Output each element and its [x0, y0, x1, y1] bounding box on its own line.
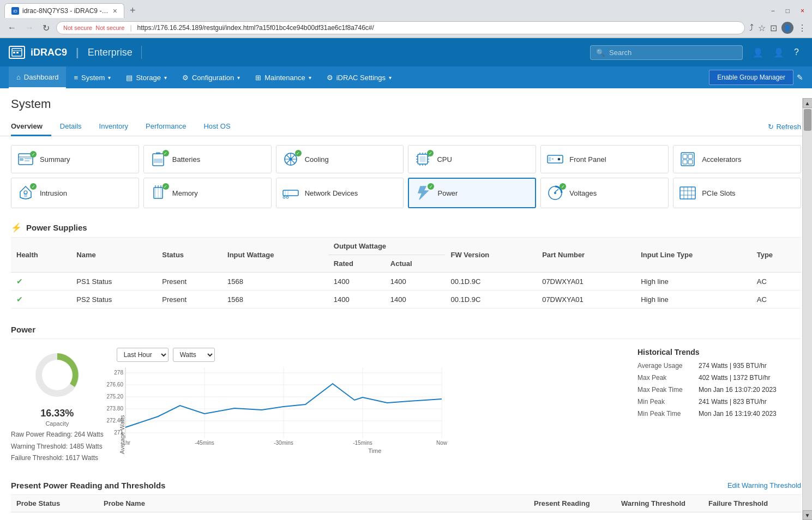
user-sessions-icon[interactable]: 👤 [748, 44, 768, 61]
svg-rect-11 [154, 159, 163, 163]
power-info: Raw Power Reading: 264 Watts Warning Thr… [11, 429, 104, 464]
svg-rect-2 [13, 52, 15, 53]
power-supplies-header: ⚡ Power Supplies [11, 217, 801, 238]
ps2-fw-version: 00.1D.9C [445, 291, 537, 309]
svg-point-50 [286, 196, 288, 198]
right-scrollbar[interactable]: ▲ ▼ [802, 98, 812, 520]
inv-card-accelerators[interactable]: Accelerators [673, 145, 801, 173]
edit-warning-threshold-link[interactable]: Edit Warning Threshold [727, 481, 801, 489]
col-actual: Actual [385, 255, 446, 273]
svg-point-63 [42, 360, 73, 390]
refresh-label: Refresh [776, 123, 801, 131]
scroll-thumb[interactable] [804, 109, 811, 131]
col-input-line-type: Input Line Type [635, 238, 751, 273]
tab-inventory[interactable]: Inventory [91, 118, 137, 136]
trend-row-min-peak-time: Min Peak Time Mon Jan 16 13:19:40 2023 [637, 410, 801, 418]
nav-configuration[interactable]: ⚙ Configuration ▾ [175, 66, 248, 88]
system-icon: ≡ [74, 74, 78, 82]
app-subtitle: Enterprise [88, 47, 133, 58]
inv-card-cooling[interactable]: ✓ Cooling [276, 145, 404, 173]
idrac-settings-caret-icon: ▾ [389, 75, 392, 81]
nav-dashboard-label: Dashboard [24, 73, 59, 81]
memory-check-icon: ✓ [163, 183, 169, 190]
profile-icon[interactable]: 👤 [781, 22, 793, 34]
pencil-icon[interactable]: ✎ [797, 73, 803, 82]
url-bar[interactable]: Not secure Not secure | https://176.16.2… [56, 21, 745, 34]
inv-card-cpu[interactable]: ✓ CPU [408, 145, 536, 173]
search-input[interactable] [609, 49, 737, 57]
ps1-health-icon: ✔ [16, 277, 23, 286]
inv-card-batteries[interactable]: ✓ Batteries [143, 145, 272, 173]
trend-row-max-peak-time: Max Peak Time Mon Jan 16 13:07:20 2023 [637, 386, 801, 394]
inv-card-voltages[interactable]: ✓ Voltages [540, 178, 669, 208]
header-search[interactable]: 🔍 [590, 45, 743, 60]
split-view-icon[interactable]: ⊡ [770, 23, 777, 33]
forward-button[interactable]: → [23, 22, 36, 34]
url-text: https://176.16.254.189/restgui/index.htm… [137, 24, 738, 32]
back-button[interactable]: ← [5, 22, 19, 34]
inventory-section: ✓ Summary ✓ Batteries ✓ Cooling [0, 136, 812, 217]
browser-tab[interactable]: iD idrac-8NQ7YS3 - iDRAC9 - Syste × [4, 3, 124, 18]
page-header: System [0, 88, 812, 111]
user-management-icon[interactable]: 👤 [769, 44, 789, 61]
inv-card-intrusion[interactable]: ✓ Intrusion [11, 178, 139, 208]
inv-card-network-devices[interactable]: Network Devices [276, 178, 404, 208]
svg-text:271: 271 [114, 430, 123, 436]
batteries-check-icon: ✓ [163, 150, 169, 156]
window-controls: − □ × [768, 6, 808, 16]
power-supplies-icon: ⚡ [11, 222, 22, 233]
power-section: Power 16.33% Capacity Raw Power Reading: [0, 319, 812, 475]
inv-card-pcie-slots[interactable]: PCIe Slots [673, 178, 801, 208]
tab-host-os[interactable]: Host OS [195, 118, 239, 136]
bookmark-icon[interactable]: ☆ [758, 23, 766, 33]
summary-label: Summary [40, 155, 70, 164]
scroll-up-button[interactable]: ▲ [803, 98, 813, 108]
gauge-svg [30, 348, 85, 402]
share-icon[interactable]: ⤴ [749, 23, 754, 33]
nav-maintenance[interactable]: ⊞ Maintenance ▾ [248, 66, 318, 88]
new-tab-button[interactable]: + [127, 5, 139, 16]
memory-icon: ✓ [149, 185, 167, 201]
tab-details[interactable]: Details [51, 118, 91, 136]
close-window-button[interactable]: × [797, 6, 808, 16]
inv-card-summary[interactable]: ✓ Summary [11, 145, 139, 173]
ps1-rated: 1400 [328, 273, 385, 291]
cooling-label: Cooling [305, 155, 329, 164]
ppr-title: Present Power Reading and Thresholds [11, 481, 165, 490]
help-icon[interactable]: ? [790, 44, 803, 61]
tab-close-button[interactable]: × [113, 7, 117, 15]
svg-text:-30mins: -30mins [274, 440, 293, 446]
refresh-button[interactable]: ↻ Refresh [768, 123, 801, 131]
table-row: ✔ PS1 Status Present 1568 1400 1400 00.1… [11, 273, 801, 291]
inv-card-memory[interactable]: ✓ Memory [143, 178, 272, 208]
inventory-grid: ✓ Summary ✓ Batteries ✓ Cooling [11, 145, 801, 208]
svg-text:-1hr: -1hr [121, 440, 130, 446]
time-range-select[interactable]: Last Hour Last Day Last Week [117, 348, 169, 362]
nav-storage[interactable]: ▤ Storage ▾ [118, 66, 175, 88]
tab-performance[interactable]: Performance [137, 118, 195, 136]
reload-button[interactable]: ↻ [40, 22, 52, 34]
inv-card-power[interactable]: ✓ Power [408, 178, 536, 208]
ps2-rated: 1400 [328, 291, 385, 309]
nav-dashboard[interactable]: ⌂ Dashboard [9, 66, 66, 88]
minimize-button[interactable]: − [768, 6, 778, 16]
tab-overview[interactable]: Overview [11, 118, 51, 136]
address-bar: ← → ↻ Not secure Not secure | https://17… [0, 18, 812, 38]
unit-select[interactable]: Watts BTU/hr [173, 348, 215, 362]
trend-max-peak-time-value: Mon Jan 16 13:07:20 2023 [699, 386, 777, 394]
svg-rect-3 [16, 52, 19, 53]
nav-idrac-settings[interactable]: ⚙ iDRAC Settings ▾ [319, 66, 399, 88]
page-title: System [11, 97, 801, 111]
nav-system[interactable]: ≡ System ▾ [66, 66, 118, 88]
enable-group-manager-button[interactable]: Enable Group Manager [709, 70, 793, 85]
ps1-fw-version: 00.1D.9C [445, 273, 537, 291]
col-name: Name [71, 238, 157, 273]
ps1-input-wattage: 1568 [222, 273, 328, 291]
trend-max-peak-value: 402 Watts | 1372 BTU/hr [699, 374, 770, 382]
inv-card-front-panel[interactable]: Front Panel [540, 145, 669, 173]
maximize-button[interactable]: □ [783, 6, 793, 16]
ps2-status: Present [157, 291, 222, 309]
scroll-down-button[interactable]: ▼ [803, 510, 813, 520]
intrusion-check-icon: ✓ [30, 183, 37, 190]
more-options-icon[interactable]: ⋮ [798, 23, 807, 33]
